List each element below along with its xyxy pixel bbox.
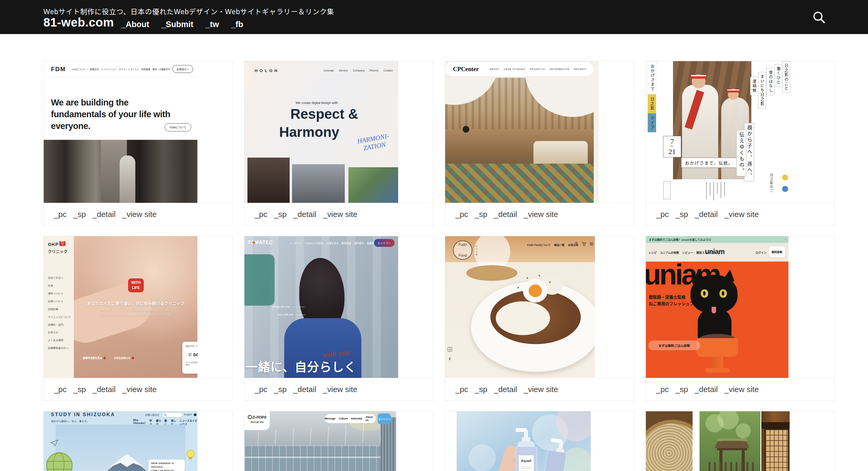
- thumbnail-soba[interactable]: [646, 411, 835, 471]
- okp-headline: あなたの人生に寄り添い、共に歩み続けるクリニック: [77, 300, 194, 306]
- thumbnail-okp[interactable]: OKP WITH LIFE クリニック 初めての方へ 外来 通所リハビリ 訪問リ…: [44, 236, 232, 378]
- thumbnail-aquall[interactable]: Aquall Aquall: [445, 411, 634, 471]
- view-site-link[interactable]: _view site: [524, 210, 558, 219]
- holon-tagline: We create digital design with: [281, 101, 353, 104]
- shrine-gate-photo: [700, 411, 761, 471]
- thumbnail-fudofood[interactable]: Fudo Food シェフの Fudo Foodについて商品一覧お知らせ: [445, 236, 634, 378]
- count-badge: [194, 413, 196, 416]
- hinokage-menu-item: 食のはなし: [767, 68, 775, 95]
- hinokage-side-note: 日之影のご: [769, 173, 774, 193]
- shizuoka-contact: お問い合わせ: [145, 413, 159, 416]
- detail-link[interactable]: _detail: [494, 210, 517, 219]
- okp-logo: OKP: [48, 242, 59, 247]
- detail-link[interactable]: _detail: [494, 385, 517, 394]
- gallery-card-dpops: D-POPS Recruit site MessageCultureInterv…: [244, 411, 433, 471]
- pc-link[interactable]: _pc: [656, 210, 669, 219]
- site-tagline: Webサイト制作に役立つ、日本の優れたWebデザイン・Webサイトギャラリー＆リ…: [43, 6, 334, 16]
- gallery-card-fdm: FDM FDMについて +新築住宅リノベーションホテル・レストラン特殊建築事例分…: [43, 61, 233, 226]
- sp-link[interactable]: _sp: [73, 385, 86, 394]
- view-site-link[interactable]: _view site: [122, 385, 156, 394]
- view-site-link[interactable]: _view site: [122, 210, 156, 219]
- fdm-nav: FDMについて +新築住宅リノベーションホテル・レストラン特殊建築事例分譲販売中…: [72, 67, 181, 71]
- cpcenter-nav: ABOUTCASE STUDIESPROJECTSINFORMATIONRECR…: [490, 68, 587, 70]
- fdm-logo: FDM: [51, 66, 66, 73]
- hinokage-menu-item: 日之影のこと: [782, 61, 790, 93]
- search-icon[interactable]: [812, 10, 827, 25]
- card-footer: _pc _sp _detail _view site: [445, 378, 634, 401]
- view-site-link[interactable]: _view site: [323, 385, 357, 394]
- okp-link-schedule: 診療予定表を見る: [83, 356, 106, 359]
- okp-logo-badge: WITH LIFE: [59, 241, 65, 246]
- sp-link[interactable]: _sp: [274, 385, 287, 394]
- detail-link[interactable]: _detail: [293, 210, 316, 219]
- thumbnail-fdm[interactable]: FDM FDMについて +新築住宅リノベーションホテル・レストラン特殊建築事例分…: [44, 61, 232, 203]
- site-logo[interactable]: 81-web.com: [43, 16, 114, 29]
- pc-link[interactable]: _pc: [54, 210, 67, 219]
- gallery-card-tomatec: TOMATEC メッセージTOMATECを知る仕事を知る教育制度福利厚生募集要項…: [244, 236, 433, 401]
- tomatec-logo: TOMATEC: [247, 240, 273, 245]
- pc-link[interactable]: _pc: [255, 385, 267, 394]
- detail-link[interactable]: _detail: [695, 210, 718, 219]
- sp-link[interactable]: _sp: [475, 385, 487, 394]
- dpops-entry-button: エントリー: [378, 413, 391, 424]
- fudofood-nav: Fudo Foodについて商品一覧お知らせ: [527, 243, 578, 247]
- thumbnail-dpops[interactable]: D-POPS Recruit site MessageCultureInterv…: [244, 411, 433, 471]
- shizuoka-subtitle: 海外から静岡へ、学ぶ、暮らす。: [51, 419, 89, 423]
- thumbnail-uniam[interactable]: まずは無料でごはん診断！uniamを試してみよう🐱 › レシピユニアムの特徴レビ…: [646, 236, 835, 378]
- uniam-login: ログイン: [755, 251, 767, 255]
- thumbnail-hinokage[interactable]: おかげさまで 日之影 ライフ 7 Fri. 21: [646, 61, 835, 203]
- nav-twitter[interactable]: _tw: [206, 20, 219, 29]
- pc-link[interactable]: _pc: [656, 385, 669, 394]
- detail-link[interactable]: _detail: [93, 385, 116, 394]
- detail-link[interactable]: _detail: [293, 385, 316, 394]
- fudofood-logo: Fudo Food: [453, 241, 472, 260]
- card-footer: _pc _sp _detail _view site: [646, 378, 835, 401]
- okp-phone: ✆ 048-658-9380: [185, 352, 197, 357]
- nav-about[interactable]: _About: [121, 20, 149, 29]
- card-footer: _pc _sp _detail _view site: [244, 378, 433, 401]
- hinokage-copy-2: 伝えゆくもの。: [736, 130, 746, 176]
- view-site-link[interactable]: _view site: [724, 210, 758, 219]
- view-site-link[interactable]: _view site: [323, 210, 357, 219]
- holon-headline-2: Harmony: [262, 124, 356, 140]
- view-site-link[interactable]: _view site: [524, 385, 558, 394]
- sp-link[interactable]: _sp: [274, 210, 287, 219]
- holon-script-text: HARMONI- ZATION: [356, 132, 391, 153]
- thumbnail-holon[interactable]: HOLON ConceptServiceCompanyRecruitContac…: [244, 61, 433, 203]
- sp-link[interactable]: _sp: [675, 210, 688, 219]
- sp-link[interactable]: _sp: [675, 385, 688, 394]
- nav-submit[interactable]: _Submit: [161, 20, 193, 29]
- holon-photo-2: [292, 164, 345, 203]
- gallery-grid: FDM FDMについて +新築住宅リノベーションホテル・レストラン特殊建築事例分…: [43, 61, 847, 471]
- pc-link[interactable]: _pc: [54, 385, 67, 394]
- gallery-card-holon: HOLON ConceptServiceCompanyRecruitContac…: [244, 61, 433, 226]
- okp-sidebar: OKP WITH LIFE クリニック 初めての方へ 外来 通所リハビリ 訪問リ…: [44, 236, 74, 378]
- shizuoka-english: English: [184, 413, 192, 416]
- holon-photo-1: [247, 158, 290, 203]
- site-header: Webサイト制作に役立つ、日本の優れたWebデザイン・Webサイトギャラリー＆リ…: [0, 0, 868, 34]
- cpcenter-logo: CPCenter: [453, 66, 479, 73]
- thumbnail-shizuoka[interactable]: STUDY IN SHIZUOKA 海外から静岡へ、学ぶ、暮らす。 お問い合わせ…: [44, 411, 232, 471]
- pc-link[interactable]: _pc: [456, 210, 468, 219]
- account-icon: [574, 242, 579, 246]
- cpcenter-hero-photo: [445, 78, 594, 203]
- paper-plane-icon: [50, 440, 58, 446]
- shizuoka-search-input: [162, 412, 183, 418]
- pc-link[interactable]: _pc: [255, 210, 267, 219]
- hinokage-caption: おかげさまで、伝統。: [681, 158, 737, 168]
- detail-link[interactable]: _detail: [93, 210, 116, 219]
- aquall-label: Aquall: [519, 459, 534, 463]
- main-nav: _About _Submit _tw _fb: [121, 20, 243, 29]
- view-site-link[interactable]: _view site: [724, 385, 758, 394]
- sp-link[interactable]: _sp: [73, 210, 86, 219]
- gallery-card-hinokage: おかげさまで 日之影 ライフ 7 Fri. 21: [646, 61, 835, 226]
- nav-facebook[interactable]: _fb: [231, 20, 244, 29]
- sp-link[interactable]: _sp: [475, 210, 487, 219]
- thumbnail-tomatec[interactable]: TOMATEC メッセージTOMATECを知る仕事を知る教育制度福利厚生募集要項…: [244, 236, 433, 378]
- shizuoka-speech-bubble: FROM OVERSEAS TO SHIZUOKA, COME LIVE WIT…: [149, 460, 185, 471]
- pc-link[interactable]: _pc: [456, 385, 468, 394]
- thumbnail-cpcenter[interactable]: CPCenter ABOUTCASE STUDIESPROJECTSINFORM…: [445, 61, 634, 203]
- okp-address: さいたま市北区櫛引町2-488-1: [185, 361, 197, 366]
- hinokage-menu-item: まいにち日之影: [758, 72, 766, 108]
- detail-link[interactable]: _detail: [695, 385, 718, 394]
